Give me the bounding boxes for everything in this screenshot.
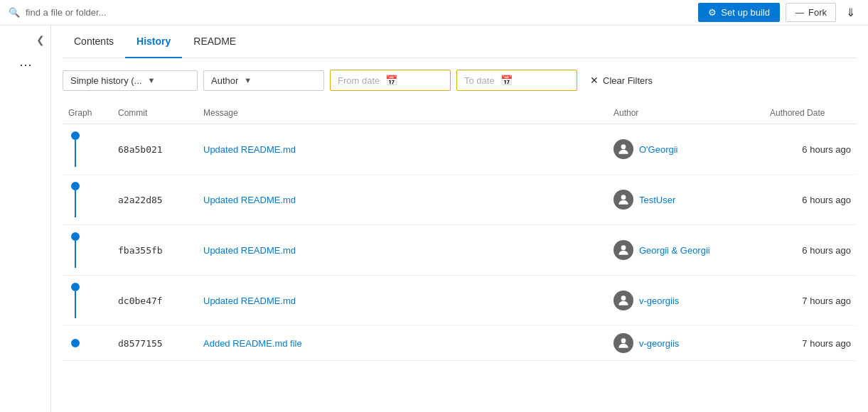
svg-point-0 <box>621 144 626 149</box>
avatar <box>614 333 633 353</box>
history-type-dropdown[interactable]: Simple history (... ▼ <box>63 70 198 91</box>
graph-cell <box>63 276 112 326</box>
to-date-input[interactable]: To date 📅 <box>456 70 577 91</box>
table-header-row: Graph Commit Message Author Authored Dat… <box>63 105 857 124</box>
author-label: Author <box>211 75 238 86</box>
history-type-label: Simple history (... <box>70 75 141 86</box>
commit-hash-cell: dc0be47f <box>112 276 198 326</box>
graph-line <box>75 241 76 268</box>
from-date-placeholder: From date <box>338 75 380 86</box>
search-icon: 🔍 <box>9 7 20 18</box>
table-row: d8577155Added README.md file v-georgiis … <box>63 326 857 361</box>
author-info: Georgii & Georgii <box>614 240 759 260</box>
download-icon: ⇓ <box>846 6 855 18</box>
setup-build-icon: ⚙ <box>708 7 717 18</box>
commit-message[interactable]: Updated README.md <box>203 195 296 205</box>
author-name[interactable]: TestUser <box>639 195 675 205</box>
authored-date: 7 hours ago <box>802 338 851 349</box>
tab-contents[interactable]: Contents <box>63 26 125 58</box>
commit-message[interactable]: Updated README.md <box>203 296 296 306</box>
commit-message[interactable]: Added README.md file <box>203 338 302 349</box>
commit-table: Graph Commit Message Author Authored Dat… <box>63 105 857 361</box>
setup-build-button[interactable]: ⚙ Set up build <box>698 3 780 22</box>
x-icon: ✕ <box>590 75 599 86</box>
commit-hash[interactable]: a2a22d85 <box>118 195 163 205</box>
fork-icon: ⸻ <box>795 7 804 18</box>
authored-date-cell: 7 hours ago <box>764 326 857 361</box>
graph-cell <box>63 326 112 361</box>
graph-line <box>75 190 76 217</box>
commit-hash[interactable]: fba355fb <box>118 245 163 256</box>
author-cell: Georgii & Georgii <box>608 225 764 276</box>
from-date-input[interactable]: From date 📅 <box>330 70 451 91</box>
graph-dot <box>71 131 80 140</box>
sidebar: ❮ ⋯ <box>0 26 51 412</box>
commit-hash-cell: fba355fb <box>112 225 198 276</box>
svg-point-4 <box>621 338 626 343</box>
author-info: O'Georgii <box>614 139 759 159</box>
graph-dot <box>71 283 80 291</box>
author-name[interactable]: Georgii & Georgii <box>639 245 710 256</box>
commit-hash-cell: 68a5b021 <box>112 124 198 175</box>
svg-point-1 <box>621 195 626 200</box>
authored-date: 6 hours ago <box>802 144 851 155</box>
top-bar: 🔍 find a file or folder... ⚙ Set up buil… <box>0 0 868 26</box>
author-dropdown[interactable]: Author ▼ <box>203 70 324 91</box>
commit-message-cell: Updated README.md <box>198 175 608 225</box>
commit-hash-cell: d8577155 <box>112 326 198 361</box>
tab-history[interactable]: History <box>125 26 182 58</box>
filters-row: Simple history (... ▼ Author ▼ From date… <box>63 70 857 91</box>
svg-point-2 <box>621 245 626 250</box>
commit-hash-cell: a2a22d85 <box>112 175 198 225</box>
chevron-down-icon: ▼ <box>147 76 155 85</box>
graph-dot <box>71 182 80 190</box>
author-info: v-georgiis <box>614 291 759 310</box>
graph-line <box>75 291 76 318</box>
graph-cell <box>63 124 112 175</box>
graph-line-wrapper <box>68 131 82 167</box>
graph-cell <box>63 175 112 225</box>
graph-dot <box>71 232 80 241</box>
authored-date: 7 hours ago <box>802 296 851 306</box>
tab-readme[interactable]: README <box>182 26 247 58</box>
search-placeholder-text: find a file or folder... <box>26 7 106 18</box>
author-name[interactable]: v-georgiis <box>639 296 679 306</box>
clear-filters-label: Clear Filters <box>603 75 653 86</box>
download-button[interactable]: ⇓ <box>842 3 859 22</box>
author-cell: v-georgiis <box>608 276 764 326</box>
setup-build-label: Set up build <box>721 7 770 18</box>
commit-message[interactable]: Updated README.md <box>203 245 296 256</box>
chevron-down-icon: ▼ <box>244 76 252 85</box>
authored-date-cell: 6 hours ago <box>764 124 857 175</box>
author-name[interactable]: O'Georgii <box>639 144 678 155</box>
calendar-icon: 📅 <box>385 75 397 86</box>
author-name[interactable]: v-georgiis <box>639 338 679 349</box>
commit-hash[interactable]: dc0be47f <box>118 296 163 306</box>
to-date-placeholder: To date <box>464 75 495 86</box>
avatar <box>614 240 633 260</box>
commit-message-cell: Updated README.md <box>198 225 608 276</box>
commit-message[interactable]: Updated README.md <box>203 144 296 155</box>
graph-line-wrapper <box>68 232 82 268</box>
search-area: 🔍 find a file or folder... <box>9 7 106 18</box>
table-row: 68a5b021Updated README.md O'Georgii 6 ho… <box>63 124 857 175</box>
author-cell: O'Georgii <box>608 124 764 175</box>
clear-filters-button[interactable]: ✕ Clear Filters <box>583 70 660 90</box>
avatar <box>614 190 633 210</box>
sidebar-collapse-button[interactable]: ❮ <box>31 31 50 48</box>
svg-point-3 <box>621 296 626 300</box>
commit-message-cell: Updated README.md <box>198 276 608 326</box>
authored-date-cell: 6 hours ago <box>764 175 857 225</box>
fork-button[interactable]: ⸻ Fork <box>786 3 836 22</box>
fork-label: Fork <box>808 7 827 18</box>
sidebar-menu-button[interactable]: ⋯ <box>16 54 35 75</box>
col-graph: Graph <box>63 105 112 124</box>
authored-date: 6 hours ago <box>802 195 851 205</box>
table-row: a2a22d85Updated README.md TestUser 6 hou… <box>63 175 857 225</box>
author-cell: v-georgiis <box>608 326 764 361</box>
authored-date-cell: 7 hours ago <box>764 276 857 326</box>
commit-hash[interactable]: d8577155 <box>118 338 163 349</box>
content-area: Contents History README Simple history (… <box>51 26 868 412</box>
col-commit: Commit <box>112 105 198 124</box>
commit-hash[interactable]: 68a5b021 <box>118 144 163 155</box>
